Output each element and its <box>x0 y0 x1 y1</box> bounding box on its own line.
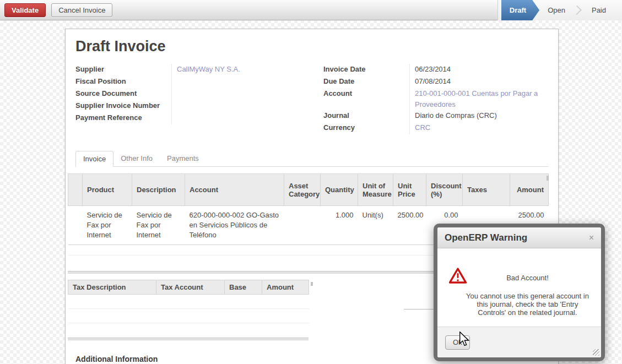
currency-label: Currency <box>323 122 409 134</box>
empty-tax-row <box>68 323 309 338</box>
source-document-label: Source Document <box>75 88 171 100</box>
col-product: Product <box>83 174 132 206</box>
notebook-tabs: Invoice Other Info Payments <box>75 151 548 167</box>
dialog-title: OpenERP Warning <box>445 232 589 243</box>
tax-scrollbar-nub[interactable] <box>311 282 313 286</box>
fiscal-position-value <box>171 76 323 88</box>
status-step-draft[interactable]: Draft <box>501 0 539 20</box>
col-account: Account <box>185 174 284 206</box>
cell-description: Servicio de Fax por Internet <box>132 206 185 245</box>
chevron-separator-icon <box>574 0 583 20</box>
col-tax-account: Tax Account <box>156 280 225 295</box>
invoice-date-label: Invoice Date <box>323 64 409 76</box>
col-asset-category: Asset Category <box>284 174 321 206</box>
cell-account: 620-000-000-002 GO-Gasto en Servicios Pú… <box>185 206 284 245</box>
validate-button[interactable]: Validate <box>4 3 46 17</box>
status-bar: Draft Open Paid <box>497 0 622 20</box>
source-document-value <box>171 88 323 100</box>
col-unit-price: Unit Price <box>393 174 426 206</box>
due-date-value: 07/08/2014 <box>409 76 548 88</box>
status-step-open[interactable]: Open <box>539 0 574 20</box>
journal-value: Diario de Compras (CRC) <box>409 110 548 122</box>
page-title: Draft Invoice <box>75 38 548 55</box>
cell-unit-price: 2500.00 <box>393 206 426 245</box>
tab-invoice[interactable]: Invoice <box>75 151 113 167</box>
dialog-body: Bad Account! You cannot use this general… <box>437 248 601 327</box>
warning-dialog: OpenERP Warning × Bad Account! You canno… <box>434 224 605 361</box>
empty-tax-row <box>68 295 309 309</box>
col-discount: Discount (%) <box>426 174 463 206</box>
account-label: Account <box>323 88 409 110</box>
dialog-heading: Bad Account! <box>466 274 589 282</box>
left-field-column: Supplier CallMyWay NY S.A. Fiscal Positi… <box>75 64 323 134</box>
right-field-column: Invoice Date 06/23/2014 Due Date 07/08/2… <box>323 64 548 134</box>
journal-label: Journal <box>323 110 409 122</box>
status-step-paid[interactable]: Paid <box>583 0 614 20</box>
supplier-invoice-number-label: Supplier Invoice Number <box>75 100 171 112</box>
tax-table-end-bar <box>68 338 309 340</box>
tax-table-wrap: Tax Description Tax Account Base Amount <box>68 280 309 338</box>
dialog-message: You cannot use this general account in t… <box>466 292 589 317</box>
cancel-invoice-button[interactable]: Cancel Invoice <box>51 3 112 17</box>
dialog-footer: Ok <box>437 327 601 357</box>
col-tax-description: Tax Description <box>68 280 156 295</box>
col-description: Description <box>132 174 185 206</box>
supplier-label: Supplier <box>75 64 171 76</box>
invoice-date-value: 06/23/2014 <box>409 64 548 76</box>
tax-table: Tax Description Tax Account Base Amount <box>68 280 309 338</box>
supplier-invoice-number-value <box>171 100 323 112</box>
account-value[interactable]: 210-001-000-001 Cuentas por Pagar a Prov… <box>409 88 548 110</box>
tab-payments[interactable]: Payments <box>160 151 206 167</box>
toolbar: Validate Cancel Invoice Draft Open Paid <box>0 0 622 20</box>
invoice-lines-header-row: Product Description Account Asset Catego… <box>68 174 549 206</box>
payment-reference-value <box>171 112 323 124</box>
col-tax-base: Base <box>225 280 262 295</box>
fiscal-position-label: Fiscal Position <box>75 76 171 88</box>
cell-handle <box>68 206 83 245</box>
header-fields: Supplier CallMyWay NY S.A. Fiscal Positi… <box>75 64 548 134</box>
currency-value[interactable]: CRC <box>409 122 548 134</box>
close-icon[interactable]: × <box>589 233 594 242</box>
col-taxes: Taxes <box>463 174 510 206</box>
warning-triangle-icon <box>448 267 467 286</box>
due-date-label: Due Date <box>323 76 409 88</box>
openerp-invoice-page: Validate Cancel Invoice Draft Open Paid … <box>0 0 622 364</box>
col-quantity: Quantity <box>321 174 358 206</box>
resize-grip-icon[interactable] <box>593 349 599 356</box>
cell-asset-category <box>284 206 321 245</box>
payment-reference-label: Payment Reference <box>75 112 171 124</box>
cell-product: Servicio de Fax por Internet <box>83 206 132 245</box>
col-amount: Amount <box>510 174 549 206</box>
tax-header-row: Tax Description Tax Account Base Amount <box>68 280 309 295</box>
ok-button[interactable]: Ok <box>445 335 470 350</box>
cell-unit-of-measure: Unit(s) <box>358 206 393 245</box>
tab-other-info[interactable]: Other Info <box>113 151 160 167</box>
col-unit-of-measure: Unit of Measure <box>358 174 393 206</box>
lines-scrollbar-nub[interactable] <box>547 176 549 181</box>
dialog-titlebar[interactable]: OpenERP Warning × <box>437 227 601 248</box>
col-tax-amount: Amount <box>262 280 309 295</box>
col-handle <box>68 174 83 206</box>
empty-tax-row <box>68 309 309 323</box>
cell-quantity: 1.000 <box>321 206 358 245</box>
supplier-value[interactable]: CallMyWay NY S.A. <box>171 64 323 76</box>
